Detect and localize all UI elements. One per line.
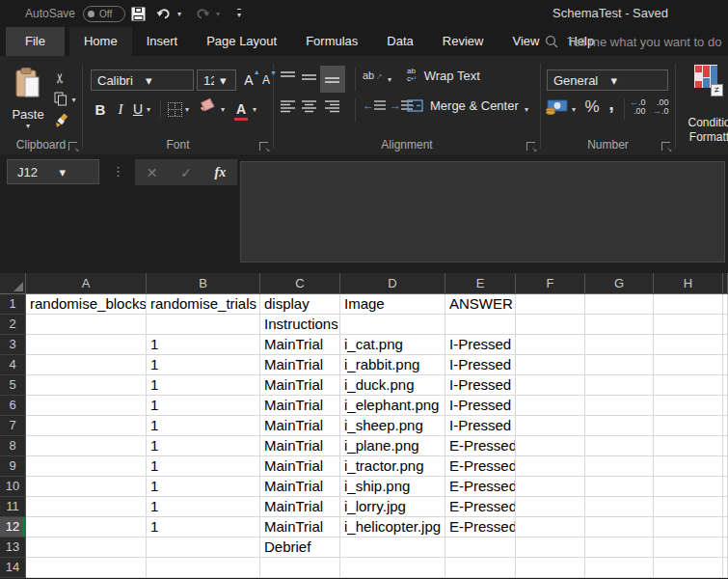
row-header-12[interactable]: 12	[0, 517, 26, 538]
row-header-10[interactable]: 10	[0, 477, 26, 497]
cell-A7[interactable]	[26, 416, 147, 436]
copy-button[interactable]: ▾	[54, 92, 75, 114]
fill-color-button[interactable]	[199, 98, 218, 116]
row-header-3[interactable]: 3	[0, 335, 26, 355]
cell-G9[interactable]	[585, 456, 654, 477]
cell-A3[interactable]	[26, 335, 147, 355]
cell-E10[interactable]: E-Pressed	[445, 477, 516, 497]
cell-E5[interactable]: I-Pressed	[445, 375, 516, 396]
cell-A6[interactable]	[26, 396, 147, 416]
cell-B5[interactable]: 1	[147, 375, 260, 396]
cell-E2[interactable]	[445, 315, 516, 335]
cell-G6[interactable]	[585, 396, 654, 416]
cell-H9[interactable]	[654, 456, 723, 477]
cell-A13[interactable]	[26, 538, 147, 558]
cell-F3[interactable]	[516, 335, 585, 355]
cell-D11[interactable]: i_lorry.jpg	[340, 497, 445, 517]
tab-file[interactable]: File	[6, 27, 65, 56]
cell-F5[interactable]	[516, 375, 585, 396]
top-align-button[interactable]	[280, 69, 296, 85]
cell-A11[interactable]	[26, 497, 147, 517]
orientation-dropdown[interactable]: ▾	[388, 75, 391, 84]
cell-H8[interactable]	[654, 436, 723, 456]
cell-A12[interactable]	[26, 517, 147, 538]
undo-button[interactable]	[154, 4, 174, 23]
row-header-7[interactable]: 7	[0, 416, 26, 436]
cell-H5[interactable]	[654, 375, 723, 396]
cell-F4[interactable]	[516, 355, 585, 375]
row-header-13[interactable]: 13	[0, 538, 26, 558]
cell-C11[interactable]: MainTrial	[260, 497, 340, 517]
fill-color-dropdown[interactable]: ▾	[221, 105, 225, 114]
decrease-indent-button[interactable]: ←	[363, 98, 386, 112]
orientation-button[interactable]: ab →	[363, 69, 383, 81]
cell-C4[interactable]: MainTrial	[260, 355, 340, 375]
cell-G4[interactable]	[585, 355, 654, 375]
copy-dropdown[interactable]: ▾	[71, 96, 75, 104]
cell-A4[interactable]	[26, 355, 147, 375]
autosave-toggle[interactable]: Off	[83, 6, 125, 22]
cell-H1[interactable]	[654, 294, 723, 315]
undo-dropdown[interactable]: ▾	[175, 4, 184, 23]
cell-D1[interactable]: Image	[340, 294, 445, 315]
font-dialog-launcher[interactable]	[259, 142, 268, 151]
bold-button[interactable]: B	[93, 98, 108, 120]
number-dialog-launcher[interactable]	[661, 142, 670, 151]
cell-F8[interactable]	[516, 436, 585, 456]
cell-G5[interactable]	[585, 375, 654, 396]
cell-H7[interactable]	[654, 416, 723, 436]
cell-H2[interactable]	[654, 315, 723, 335]
cell-G7[interactable]	[585, 416, 654, 436]
clipboard-dialog-launcher[interactable]	[68, 142, 77, 151]
underline-dropdown[interactable]: ▾	[147, 105, 150, 114]
cell-G8[interactable]	[585, 436, 654, 456]
cell-E13[interactable]	[445, 538, 516, 558]
enter-button[interactable]: ✓	[180, 165, 192, 180]
cell-D8[interactable]: i_plane.png	[340, 436, 445, 456]
save-button[interactable]	[128, 4, 148, 23]
column-header-H[interactable]: H	[654, 273, 723, 294]
cell-H4[interactable]	[654, 355, 723, 375]
accounting-dropdown[interactable]: ▾	[572, 105, 576, 114]
cell-C2[interactable]: Instructions	[260, 315, 340, 335]
cell-H11[interactable]	[654, 497, 723, 517]
cell-F13[interactable]	[516, 538, 585, 558]
column-header-G[interactable]: G	[585, 273, 654, 294]
cell-E1[interactable]: ANSWER	[445, 294, 516, 315]
row-header-9[interactable]: 9	[0, 456, 26, 477]
conditional-formatting-button[interactable]: ≠	[693, 64, 718, 93]
cell-B11[interactable]: 1	[147, 497, 260, 517]
column-header-C[interactable]: C	[260, 273, 340, 294]
cell-D7[interactable]: i_sheep.png	[340, 416, 445, 436]
column-header-E[interactable]: E	[445, 273, 516, 294]
column-header-D[interactable]: D	[340, 273, 445, 294]
column-header-A[interactable]: A	[26, 273, 147, 294]
column-header-B[interactable]: B	[147, 273, 260, 294]
cell-C14[interactable]	[260, 558, 340, 578]
cell-D10[interactable]: i_ship.png	[340, 477, 445, 497]
alignment-dialog-launcher[interactable]	[526, 142, 535, 151]
increase-font-size-button[interactable]: A▲	[240, 69, 257, 91]
redo-dropdown[interactable]: ▾	[213, 4, 223, 23]
cell-G1[interactable]	[585, 294, 654, 315]
tab-page-layout[interactable]: Page Layout	[192, 27, 291, 56]
borders-dropdown[interactable]: ▾	[185, 105, 189, 114]
cell-E12[interactable]: E-Pressed	[445, 517, 516, 538]
cell-B14[interactable]	[147, 558, 260, 578]
cell-B7[interactable]: 1	[147, 416, 260, 436]
row-header-1[interactable]: 1	[0, 294, 26, 315]
cell-C9[interactable]: MainTrial	[260, 456, 340, 477]
bottom-align-button[interactable]	[324, 69, 340, 85]
cell-H14[interactable]	[654, 558, 723, 578]
cell-F14[interactable]	[516, 558, 585, 578]
cell-B12[interactable]: 1	[147, 517, 260, 538]
cell-B3[interactable]: 1	[147, 335, 260, 355]
cut-button[interactable]: ✂	[54, 69, 75, 92]
cell-C13[interactable]: Debrief	[260, 538, 340, 558]
underline-button[interactable]: U	[131, 98, 145, 120]
decrease-decimal-button[interactable]: .00→.0	[653, 98, 669, 116]
increase-decimal-button[interactable]: ←.0.00	[630, 98, 646, 116]
cell-D4[interactable]: i_rabbit.png	[340, 355, 445, 375]
cell-B1[interactable]: randomise_trials	[147, 294, 260, 315]
cell-H10[interactable]	[654, 477, 723, 497]
